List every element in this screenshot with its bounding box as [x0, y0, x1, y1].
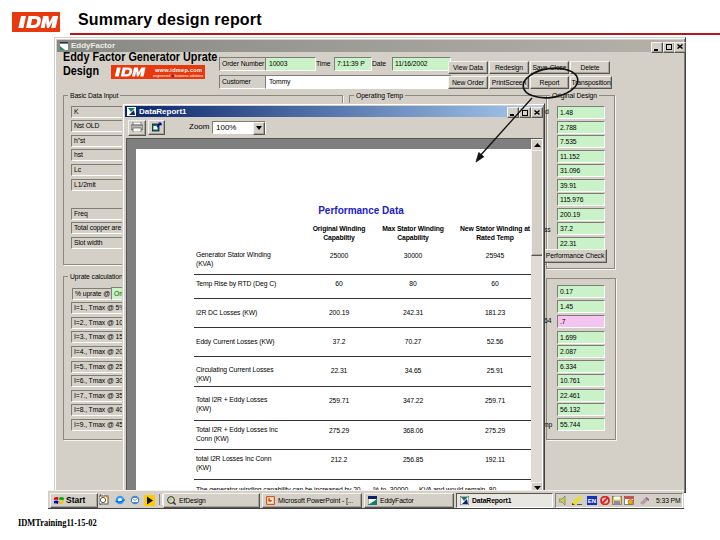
svg-text:EN: EN: [588, 498, 596, 504]
